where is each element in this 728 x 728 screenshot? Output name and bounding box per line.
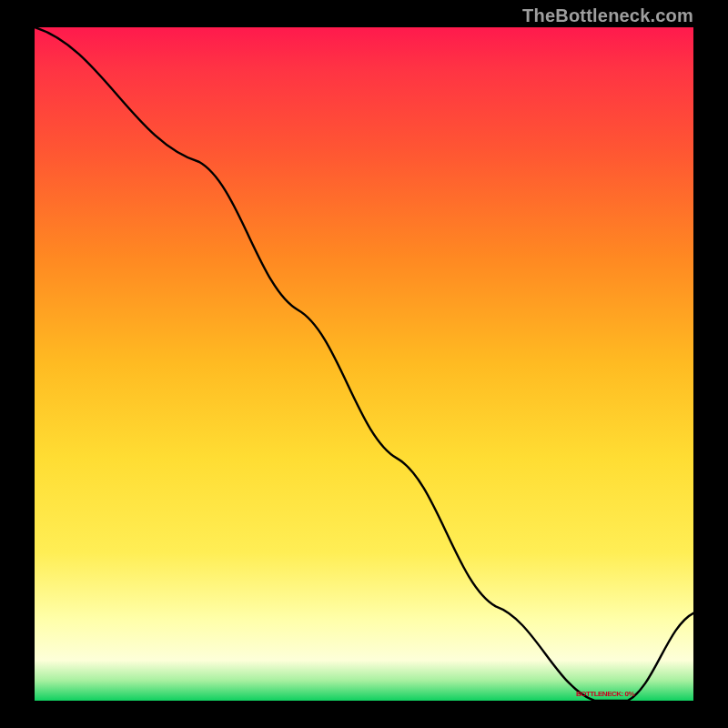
watermark-text: TheBottleneck.com: [522, 5, 693, 26]
bottleneck-label: BOTTLENECK: 0%: [576, 690, 634, 698]
plot-area: BOTTLENECK: 0%: [35, 27, 693, 701]
chart-frame: TheBottleneck.com BOTTLENECK: 0%: [0, 0, 728, 728]
data-line: [35, 27, 693, 701]
